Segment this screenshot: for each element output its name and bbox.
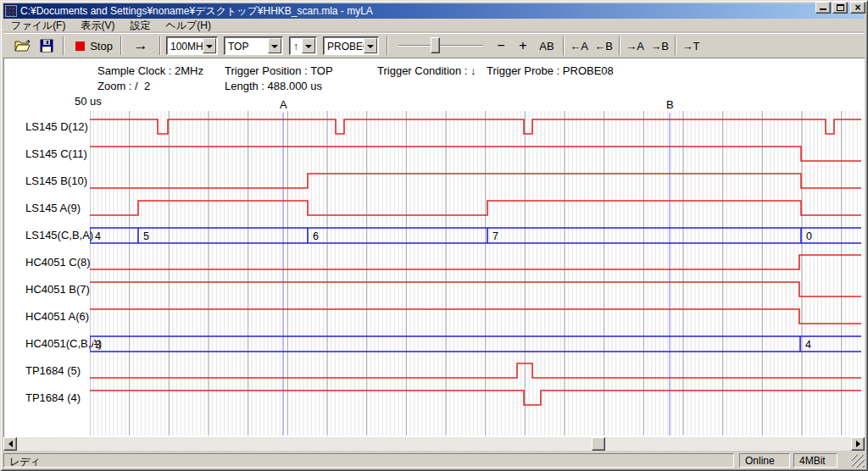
scrollbar-thumb[interactable] [592, 437, 605, 451]
trigger-edge-select[interactable]: ↑ [289, 36, 317, 55]
resize-grip-icon[interactable] [852, 455, 865, 468]
bus-value-label: 4 [95, 230, 101, 242]
menu-file[interactable]: ファイル(F) [3, 18, 73, 34]
stop-icon [75, 42, 85, 51]
channel-label[interactable]: LS145 C(11) [25, 147, 87, 160]
trigger-probe-select[interactable]: PROBE00 [323, 36, 379, 55]
dropdown-arrow-icon[interactable] [203, 38, 216, 53]
app-icon [5, 5, 17, 17]
menu-help[interactable]: ヘルプ(H) [158, 18, 219, 34]
signal-trace [90, 174, 861, 188]
menu-view[interactable]: 表示(V) [73, 18, 122, 34]
bus-value-label: 0 [806, 230, 812, 242]
signal-trace [90, 391, 861, 405]
toolbar-separator [120, 36, 122, 55]
online-status-badge: Online [739, 453, 790, 468]
trigger-position-info: Trigger Position : TOP [225, 64, 333, 77]
dropdown-arrow-icon[interactable] [302, 38, 315, 53]
toolbar-separator [675, 36, 676, 55]
bus-value-label: 3 [95, 339, 101, 351]
sample-clock-info: Sample Clock : 2MHz [97, 64, 203, 77]
toolbar-separator [387, 36, 388, 55]
save-file-button[interactable] [36, 36, 58, 55]
scroll-left-icon [5, 441, 13, 447]
run-arrow-icon: → [134, 37, 148, 54]
dropdown-arrow-icon[interactable] [268, 38, 281, 53]
zoom-slider[interactable] [398, 45, 483, 47]
app-window: C:¥Documents and Settings¥noname¥デスクトップ¥… [0, 0, 868, 471]
channel-label[interactable]: LS145(C,B,A) [25, 229, 93, 241]
goto-trigger-button[interactable]: →T [679, 36, 703, 55]
zoom-info: Zoom : / 2 [97, 80, 150, 92]
scroll-left-button[interactable] [3, 437, 17, 451]
marker-a-right-button[interactable]: →A [623, 36, 647, 55]
bus-trace [90, 336, 861, 352]
open-file-button[interactable] [12, 36, 34, 55]
toolbar: Stop → 100MHz TOP ↑ PROBE00 − + AB [3, 33, 865, 58]
channel-label[interactable]: HC4051 C(8) [25, 256, 91, 269]
maximize-icon [837, 4, 844, 11]
signal-trace [90, 309, 861, 324]
ab-span-button[interactable]: AB [535, 36, 559, 55]
channel-label[interactable]: LS145 D(12) [25, 120, 88, 133]
toolbar-separator [63, 36, 64, 55]
zoom-out-button[interactable]: − [491, 36, 511, 55]
close-icon: × [854, 3, 860, 12]
marker-label-b: B [666, 98, 674, 111]
toolbar-separator [563, 36, 565, 55]
zoom-in-button[interactable]: + [513, 36, 533, 55]
open-folder-icon [14, 39, 31, 53]
bus-value-label: 4 [805, 339, 811, 351]
dropdown-arrow-icon[interactable] [364, 38, 377, 53]
marker-a-left-button[interactable]: ←A [567, 36, 591, 55]
channel-label[interactable]: LS145 B(10) [25, 175, 87, 187]
sample-clock-select[interactable]: 100MHz [166, 36, 218, 55]
signal-trace [90, 147, 861, 161]
scroll-right-button[interactable] [851, 437, 865, 451]
signal-trace [90, 119, 861, 134]
titlebar[interactable]: C:¥Documents and Settings¥noname¥デスクトップ¥… [3, 3, 865, 19]
bus-trace [90, 228, 861, 243]
channel-label[interactable]: LS145 A(9) [25, 202, 81, 214]
signal-trace [90, 282, 861, 296]
bus-value-label: 5 [143, 230, 149, 242]
maximize-button[interactable] [832, 2, 848, 14]
menubar: ファイル(F) 表示(V) 設定 ヘルプ(H) [3, 19, 865, 33]
status-message: レディ [3, 453, 734, 468]
marker-b-left-button[interactable]: ←B [592, 36, 615, 55]
statusbar: レディ Online 4MBit [3, 452, 865, 468]
signal-trace [90, 255, 861, 269]
close-button[interactable]: × [850, 2, 865, 14]
channel-label[interactable]: HC4051 A(6) [25, 310, 89, 323]
save-floppy-icon [40, 39, 53, 53]
channel-label[interactable]: HC4051 B(7) [25, 283, 90, 296]
menu-settings[interactable]: 設定 [122, 18, 158, 34]
window-title: C:¥Documents and Settings¥noname¥デスクトップ¥… [20, 4, 373, 19]
scroll-right-icon [856, 441, 864, 447]
channel-label[interactable]: TP1684 (4) [25, 391, 81, 404]
marker-b-right-button[interactable]: →B [648, 36, 671, 55]
run-button[interactable]: → [125, 36, 156, 55]
stop-button[interactable]: Stop [71, 36, 117, 55]
minimize-button[interactable] [815, 2, 831, 14]
zoom-slider-thumb[interactable] [431, 37, 440, 53]
toolbar-separator [159, 36, 161, 55]
marker-label-a: A [280, 98, 287, 111]
minimize-icon [820, 3, 826, 10]
signal-trace [90, 201, 861, 215]
length-info: Length : 488.000 us [225, 80, 322, 92]
memory-size-badge: 4MBit [793, 453, 837, 468]
trigger-position-select[interactable]: TOP [224, 36, 283, 55]
signal-trace [90, 363, 861, 378]
bus-value-label: 6 [313, 230, 319, 242]
horizontal-scrollbar[interactable] [3, 437, 865, 451]
bus-value-label: 7 [492, 230, 498, 242]
trigger-condition-info: Trigger Condition : ↓ [377, 64, 476, 77]
toolbar-separator [619, 36, 620, 55]
waveform-plot[interactable]: AB4567034 [90, 95, 861, 436]
channel-label[interactable]: TP1684 (5) [25, 364, 81, 377]
trigger-probe-info: Trigger Probe : PROBE08 [487, 64, 614, 77]
grid-minor-lines [90, 111, 861, 435]
